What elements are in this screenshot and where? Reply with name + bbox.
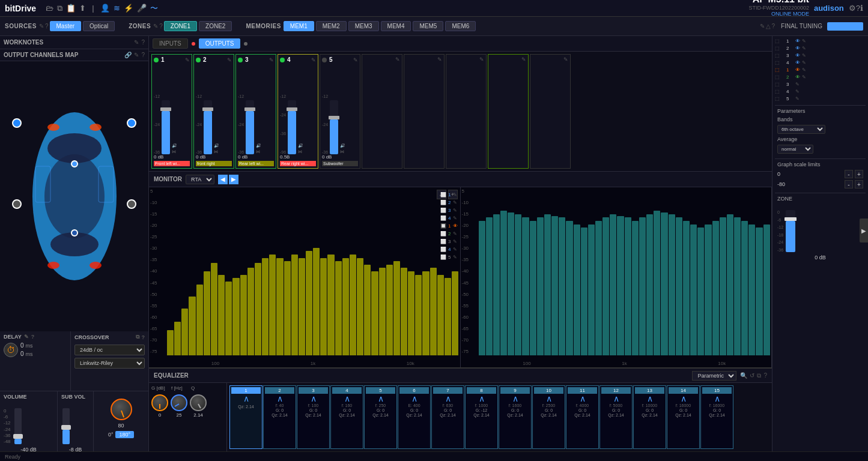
monitor-mode-select[interactable]: RTA <box>186 175 214 184</box>
help-top-icon[interactable]: ? <box>856 4 860 13</box>
scale-min-decrease[interactable]: - <box>845 180 853 188</box>
sources-edit-icon[interactable]: ✎ <box>39 23 44 29</box>
ch2-eye-icon[interactable]: 👁 <box>795 46 800 51</box>
info-top-icon[interactable]: ℹ <box>860 4 863 13</box>
ch4-list-edit[interactable]: ✎ <box>802 60 806 65</box>
main-knob[interactable] <box>111 399 132 420</box>
crossover-copy-icon[interactable]: ⧉ <box>136 334 139 340</box>
eq-band-num-4[interactable]: 4 <box>332 387 362 394</box>
eq-band-num-10[interactable]: 10 <box>534 387 563 394</box>
output-map-help-icon[interactable]: ? <box>141 52 145 58</box>
sub-vol-fader[interactable] <box>62 408 70 444</box>
ch9-edit-icon[interactable]: ✎ <box>795 96 800 101</box>
copy-icon[interactable]: ⧉ <box>57 4 62 13</box>
eq-copy-icon[interactable]: ⧉ <box>757 372 761 379</box>
person-icon[interactable]: 👤 <box>100 4 110 13</box>
eq-band-num-2[interactable]: 2 <box>265 387 294 394</box>
ch4-fader[interactable] <box>288 100 296 154</box>
mem1-tab[interactable]: MEM1 <box>284 21 314 31</box>
eq-band-num-1[interactable]: 1 <box>231 387 261 394</box>
signal-icon[interactable]: ⚡ <box>124 4 133 13</box>
eq-f-knob[interactable] <box>171 394 187 411</box>
monitor-left-btn[interactable]: ◀ <box>218 175 228 184</box>
ch8-edit[interactable]: ✎ <box>479 56 484 62</box>
eq-band-num-9[interactable]: 9 <box>500 387 530 394</box>
ch5-eye-icon[interactable]: 👁 <box>795 67 800 73</box>
eq-band-num-14[interactable]: 14 <box>669 387 698 394</box>
final-triangle-icon[interactable]: △ <box>766 23 771 29</box>
ch6-list-edit[interactable]: ✎ <box>802 74 806 80</box>
zones-edit-icon[interactable]: ✎ <box>153 23 158 29</box>
crossover-filter-select[interactable]: Linkwitz-Riley <box>74 358 145 369</box>
bands-dropdown[interactable]: 6th octave <box>777 125 825 134</box>
ch1-eye-icon[interactable]: 👁 <box>795 38 800 44</box>
ch9-edit[interactable]: ✎ <box>521 56 526 62</box>
final-edit-icon[interactable]: ✎ <box>760 23 765 29</box>
ch4-edit[interactable]: ✎ <box>311 57 316 63</box>
ch2-fader[interactable] <box>204 100 212 154</box>
crossover-db-select[interactable]: 24dB / oc <box>74 345 145 355</box>
wave-icon[interactable]: 〜 <box>150 3 158 14</box>
ch10-edit[interactable]: ✎ <box>563 56 568 62</box>
speaker-front-left[interactable] <box>12 118 22 128</box>
ch5-edit[interactable]: ✎ <box>353 57 358 63</box>
eq-band-num-15[interactable]: 15 <box>702 387 732 394</box>
ch5-fader[interactable] <box>330 100 338 154</box>
volume-fader-track[interactable] <box>14 408 22 444</box>
sources-help-icon[interactable]: ? <box>45 23 49 29</box>
outputs-button[interactable]: OUTPUTS <box>199 38 241 49</box>
eq-band-num-7[interactable]: 7 <box>433 387 463 394</box>
eq-help-icon[interactable]: ? <box>763 372 767 379</box>
settings-top-icon[interactable]: ⚙ <box>849 4 856 13</box>
delay-knob[interactable]: ⏱ <box>4 343 18 357</box>
eq-search-icon[interactable]: 🔍 <box>740 372 747 379</box>
monitor-right-btn[interactable]: ▶ <box>229 175 238 184</box>
speaker-subwoofer[interactable] <box>71 229 78 237</box>
eq-type-select[interactable]: Parametric <box>692 371 736 381</box>
zone2-tab[interactable]: ZONE2 <box>199 21 232 31</box>
ch1-list-edit[interactable]: ✎ <box>802 38 806 44</box>
eq-reset-icon[interactable]: ↺ <box>750 372 754 379</box>
eq-band-num-5[interactable]: 5 <box>366 387 395 394</box>
paste-icon[interactable]: 📋 <box>66 4 76 13</box>
scale-max-decrease[interactable]: - <box>845 170 853 178</box>
scale-max-increase[interactable]: + <box>855 170 863 178</box>
eq-band-num-6[interactable]: 6 <box>399 387 429 394</box>
master-tab[interactable]: Master <box>50 21 82 31</box>
eq-q-knob[interactable] <box>190 394 207 411</box>
ch5-list-edit[interactable]: ✎ <box>802 67 806 73</box>
output-map-link-icon[interactable]: 🔗 <box>124 52 132 58</box>
folder-icon[interactable]: 🗁 <box>46 4 53 13</box>
ch7-edit[interactable]: ✎ <box>437 56 442 62</box>
ch3-fader[interactable] <box>246 100 254 154</box>
eq-g-knob[interactable] <box>151 394 168 411</box>
mic-icon[interactable]: 🎤 <box>137 4 147 13</box>
final-help-icon[interactable]: ? <box>772 23 775 29</box>
ch6-eye-icon[interactable]: 👁 <box>795 74 800 80</box>
mem6-tab[interactable]: MEM6 <box>445 21 476 31</box>
ch2-edit[interactable]: ✎ <box>227 57 232 63</box>
ch2-list-edit[interactable]: ✎ <box>802 46 806 51</box>
speaker-front-right[interactable] <box>127 118 136 128</box>
worknotes-edit-icon[interactable]: ✎ <box>134 39 139 46</box>
scale-min-increase[interactable]: + <box>855 180 863 188</box>
mem5-tab[interactable]: MEM5 <box>413 21 443 31</box>
delay-help-icon[interactable]: ? <box>31 334 35 340</box>
eq-band-num-12[interactable]: 12 <box>601 387 631 394</box>
export-icon[interactable]: ⬆ <box>79 4 86 13</box>
ch8-edit-icon[interactable]: ✎ <box>795 89 800 94</box>
phase-button[interactable]: 180° <box>115 431 134 438</box>
zone1-tab[interactable]: ZONE1 <box>164 21 197 31</box>
ch6-edit[interactable]: ✎ <box>395 56 400 62</box>
output-map-edit-icon[interactable]: ✎ <box>134 52 139 58</box>
ch3-eye-icon[interactable]: 👁 <box>795 53 800 58</box>
eq-band-num-13[interactable]: 13 <box>635 387 664 394</box>
ch7-edit-icon[interactable]: ✎ <box>795 82 800 87</box>
eq-band-num-11[interactable]: 11 <box>568 387 597 394</box>
eq-band-num-8[interactable]: 8 <box>467 387 496 394</box>
worknotes-help-icon[interactable]: ? <box>141 39 145 46</box>
zone-fader[interactable] <box>786 210 795 252</box>
optical-tab[interactable]: Optical <box>83 21 115 31</box>
average-dropdown[interactable]: normal <box>777 145 813 154</box>
eq-band-num-3[interactable]: 3 <box>299 387 328 394</box>
